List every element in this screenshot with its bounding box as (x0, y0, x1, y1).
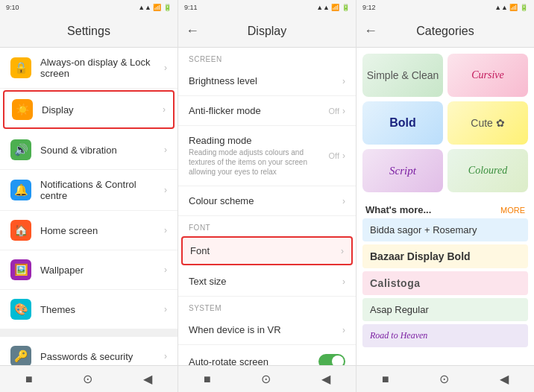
reading-value: Off (329, 151, 339, 160)
status-time-1: 9:10 (6, 4, 19, 11)
settings-item-sound[interactable]: 🔊 Sound & vibration › (0, 130, 178, 170)
font-item-calistoga[interactable]: Calistoga (362, 271, 528, 295)
autorotate-toggle[interactable] (318, 354, 345, 365)
display-panel: 9:11 ▲▲ 📶 🔋 ← Display SCREEN Brightness … (178, 0, 356, 392)
divider (0, 329, 178, 337)
nav-square-3[interactable]: ■ (370, 370, 401, 389)
font-item-bazaar[interactable]: Bazaar Display Bold (362, 244, 528, 268)
calistoga-label: Calistoga (370, 277, 421, 289)
chevron-icon: › (342, 151, 345, 161)
settings-title: Settings (67, 25, 110, 38)
reading-sub: Reading mode adjusts colours and texture… (189, 148, 329, 177)
status-bar-2: 9:11 ▲▲ 📶 🔋 (178, 0, 356, 15)
chevron-icon: › (342, 76, 345, 86)
back-arrow-display[interactable]: ← (186, 23, 199, 39)
display-item-font[interactable]: Font › (181, 236, 353, 265)
display-label: Display (42, 104, 163, 116)
chevron-icon: › (164, 225, 167, 235)
chevron-icon: › (164, 304, 167, 314)
nav-circle-2[interactable]: ⊙ (249, 369, 283, 389)
nav-back-3[interactable]: ◀ (488, 369, 521, 389)
display-item-autorotate[interactable]: Auto-rotate screen (178, 345, 356, 365)
reading-label: Reading mode (189, 135, 329, 146)
antiflicker-label: Anti-flicker mode (189, 105, 329, 116)
chevron-icon: › (341, 246, 344, 256)
display-item-colour[interactable]: Colour scheme › (178, 186, 356, 216)
status-time-3: 9:12 (362, 4, 376, 11)
display-item-antiflicker[interactable]: Anti-flicker mode Off › (178, 96, 356, 126)
bold-label: Bold (389, 116, 416, 130)
notifications-label: Notifications & Control centre (40, 179, 164, 201)
display-item-textsize[interactable]: Text size › (178, 267, 356, 297)
home-label: Home screen (40, 225, 164, 236)
whats-more-section: What's more... MORE (362, 200, 528, 218)
font-label: Font (190, 245, 341, 256)
status-icons-1: ▲▲ 📶 🔋 (138, 4, 172, 11)
settings-item-wallpaper[interactable]: 🖼️ Wallpaper › (0, 250, 178, 290)
theme-grid: Simple & Clean Cursive Bold Cute ✿ Scrip… (362, 54, 528, 192)
settings-item-display[interactable]: ☀️ Display › (3, 90, 175, 129)
display-icon: ☀️ (12, 99, 33, 120)
nav-circle-1[interactable]: ⊙ (71, 369, 104, 389)
theme-card-simple[interactable]: Simple & Clean (362, 54, 443, 97)
theme-card-bold[interactable]: Bold (362, 101, 443, 145)
textsize-label: Text size (189, 276, 342, 287)
display-item-brightness[interactable]: Brightness level › (178, 66, 356, 96)
home-icon: 🏠 (10, 220, 31, 241)
bazaar-label: Bazaar Display Bold (370, 250, 471, 262)
simple-label: Simple & Clean (367, 69, 439, 81)
theme-card-script[interactable]: Script (362, 149, 443, 192)
categories-content: Simple & Clean Cursive Bold Cute ✿ Scrip… (356, 48, 534, 365)
font-item-bidda[interactable]: Bidda sagor + Rosemary (362, 218, 528, 241)
theme-card-cute[interactable]: Cute ✿ (447, 101, 528, 145)
settings-item-themes[interactable]: 🎨 Themes › (0, 290, 178, 329)
status-bar-1: 9:10 ▲▲ 📶 🔋 (0, 0, 178, 15)
display-item-reading[interactable]: Reading mode Reading mode adjusts colour… (178, 126, 356, 186)
font-item-asap[interactable]: Asap Regular (362, 298, 528, 321)
colour-label: Colour scheme (189, 195, 342, 206)
themes-icon: 🎨 (10, 299, 31, 320)
section-system: SYSTEM (178, 297, 356, 315)
settings-item-alwayson[interactable]: 🔒 Always-on display & Lock screen › (0, 48, 178, 89)
wallpaper-label: Wallpaper (40, 265, 164, 276)
bidda-label: Bidda sagor + Rosemary (370, 224, 477, 235)
theme-card-coloured[interactable]: Coloured (447, 149, 528, 192)
font-item-road[interactable]: Road to Heaven (362, 324, 528, 347)
nav-back-1[interactable]: ◀ (131, 369, 164, 389)
display-title: Display (248, 25, 286, 38)
settings-item-notifications[interactable]: 🔔 Notifications & Control centre › (0, 170, 178, 211)
theme-card-cursive[interactable]: Cursive (447, 54, 528, 97)
notifications-icon: 🔔 (10, 180, 31, 200)
nav-back-2[interactable]: ◀ (310, 369, 342, 389)
vr-label: When device is in VR (189, 324, 342, 335)
settings-header: Settings (0, 15, 178, 48)
nav-square-2[interactable]: ■ (192, 370, 223, 389)
cursive-label: Cursive (471, 69, 504, 81)
back-arrow-categories[interactable]: ← (364, 23, 377, 39)
whats-more-title: What's more... (365, 204, 431, 215)
alwayson-label: Always-on display & Lock screen (40, 57, 164, 79)
nav-bar-1: ■ ⊙ ◀ (0, 365, 178, 392)
nav-circle-3[interactable]: ⊙ (427, 369, 461, 389)
settings-item-passwords[interactable]: 🔑 Passwords & security › (0, 337, 178, 365)
nav-bar-2: ■ ⊙ ◀ (178, 365, 356, 392)
script-label: Script (389, 165, 416, 177)
categories-header: ← Categories (356, 15, 534, 48)
display-list: SCREEN Brightness level › Anti-flicker m… (178, 48, 356, 365)
cute-label: Cute ✿ (471, 117, 504, 129)
chevron-icon: › (164, 63, 167, 73)
categories-title: Categories (416, 25, 474, 38)
road-label: Road to Heaven (370, 330, 427, 341)
themes-label: Themes (40, 304, 164, 315)
display-item-vr[interactable]: When device is in VR › (178, 315, 356, 345)
nav-bar-3: ■ ⊙ ◀ (356, 365, 534, 392)
passwords-icon: 🔑 (10, 346, 31, 365)
sound-icon: 🔊 (10, 139, 31, 160)
lock-icon: 🔒 (10, 57, 31, 78)
settings-item-home[interactable]: 🏠 Home screen › (0, 211, 178, 250)
nav-square-1[interactable]: ■ (13, 370, 45, 389)
brightness-label: Brightness level (189, 75, 342, 86)
chevron-icon: › (164, 185, 167, 195)
more-label[interactable]: MORE (500, 206, 525, 215)
categories-panel: 9:12 ▲▲ 📶 🔋 ← Categories Simple & Clean … (356, 0, 534, 392)
